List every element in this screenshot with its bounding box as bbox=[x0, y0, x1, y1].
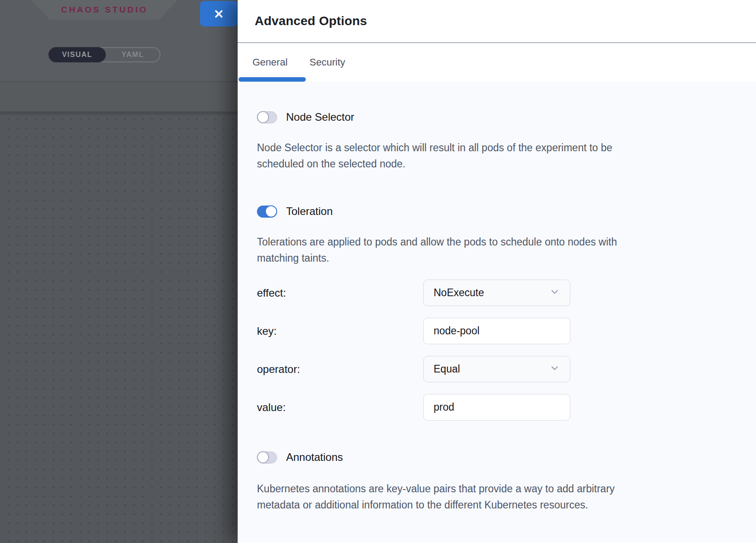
node-selector-description: Node Selector is a selector which will r… bbox=[257, 140, 728, 172]
chevron-down-icon bbox=[549, 363, 560, 376]
visual-mode-button[interactable]: VISUAL bbox=[48, 47, 106, 62]
annotations-label: Annotations bbox=[286, 451, 343, 464]
visual-yaml-switch[interactable]: VISUAL YAML bbox=[48, 47, 161, 62]
studio-toolbar bbox=[0, 82, 238, 112]
drawer-header: Advanced Options bbox=[238, 0, 756, 43]
toggle-knob bbox=[257, 111, 269, 123]
value-label: value: bbox=[257, 401, 423, 414]
chaos-studio-banner: CHAOS STUDIO bbox=[31, 0, 178, 20]
annotations-toggle[interactable] bbox=[257, 451, 277, 464]
dimmed-background-panel: CHAOS STUDIO VISUAL YAML bbox=[0, 0, 238, 543]
annotations-description: Kubernetes annotations are key-value pai… bbox=[257, 481, 728, 513]
active-tab-indicator bbox=[239, 77, 306, 82]
key-label: key: bbox=[257, 325, 423, 337]
operator-select[interactable]: Equal bbox=[423, 356, 570, 382]
tab-security[interactable]: Security bbox=[309, 57, 345, 68]
experiment-canvas bbox=[0, 112, 238, 543]
node-selector-label: Node Selector bbox=[286, 111, 354, 123]
toleration-description: Tolerations are applied to pods and allo… bbox=[257, 234, 728, 266]
chaos-studio-banner-label: CHAOS STUDIO bbox=[61, 5, 148, 15]
value-input[interactable] bbox=[424, 394, 570, 420]
node-selector-section: Node Selector Node Selector is a selecto… bbox=[257, 111, 737, 172]
annotations-section: Annotations Kubernetes annotations are k… bbox=[257, 451, 737, 513]
operator-field-row: operator: Equal bbox=[257, 356, 737, 382]
effect-select[interactable]: NoExecute bbox=[423, 280, 570, 306]
value-field-row: value: bbox=[257, 394, 737, 420]
effect-select-value: NoExecute bbox=[434, 287, 484, 299]
drawer-tabs: General Security bbox=[238, 43, 756, 82]
key-input[interactable] bbox=[424, 318, 570, 344]
chevron-down-icon bbox=[549, 286, 560, 300]
node-selector-toggle[interactable] bbox=[257, 111, 277, 123]
chaos-studio-screen: CHAOS STUDIO VISUAL YAML Advanced Option… bbox=[0, 0, 756, 543]
toggle-knob bbox=[257, 451, 269, 464]
toleration-label: Toleration bbox=[286, 205, 333, 218]
close-drawer-button[interactable] bbox=[200, 1, 238, 26]
x-icon bbox=[213, 8, 225, 20]
drawer-title: Advanced Options bbox=[255, 14, 367, 28]
toggle-knob bbox=[265, 206, 277, 218]
operator-label: operator: bbox=[257, 363, 423, 376]
key-field-row: key: bbox=[257, 318, 737, 344]
operator-select-value: Equal bbox=[434, 363, 460, 375]
yaml-mode-button[interactable]: YAML bbox=[106, 48, 160, 61]
effect-label: effect: bbox=[257, 287, 423, 299]
toleration-section: Toleration Tolerations are applied to po… bbox=[257, 205, 737, 420]
advanced-options-drawer: Advanced Options General Security Node S… bbox=[238, 0, 756, 543]
value-input-wrap bbox=[423, 394, 570, 420]
key-input-wrap bbox=[423, 318, 570, 344]
toleration-fields: effect: NoExecute key: bbox=[257, 280, 737, 420]
effect-field-row: effect: NoExecute bbox=[257, 280, 737, 306]
general-tab-content: Node Selector Node Selector is a selecto… bbox=[238, 82, 756, 542]
tab-general[interactable]: General bbox=[252, 57, 287, 68]
toleration-toggle[interactable] bbox=[257, 206, 277, 218]
